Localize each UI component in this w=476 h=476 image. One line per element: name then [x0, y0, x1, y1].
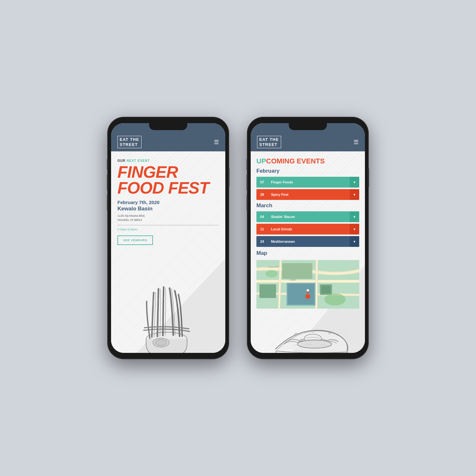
- phone-1-btn-right: [228, 168, 229, 187]
- phone-2-notch: [289, 123, 327, 130]
- event-date-24: 24: [256, 236, 268, 247]
- event-date-28: 28: [256, 189, 268, 200]
- event-arrow-shakin-bacon: ▼: [350, 211, 359, 222]
- svg-point-29: [307, 289, 309, 292]
- event-arrow-finger-foods: ▼: [350, 177, 359, 188]
- event-date: February 7th, 2020: [117, 200, 219, 205]
- logo-line1-p2: EAT THE: [259, 137, 279, 142]
- phone-2-btn-left3: [247, 195, 248, 211]
- phone-2: EAT THE STREET ☰ UPCOMING EVENTS Febru: [248, 117, 368, 359]
- phone-2-btn-right: [368, 168, 369, 187]
- title-rest: COMING EVENTS: [266, 157, 325, 165]
- phone-1-btn-left3: [107, 195, 108, 211]
- svg-rect-23: [282, 263, 312, 279]
- event-row-mediterranean[interactable]: 24 Mediterranean ▼: [256, 236, 359, 247]
- food-illustration: [111, 270, 225, 353]
- our-text: OUR: [117, 159, 125, 162]
- logo-line2: STREET: [120, 142, 138, 147]
- svg-rect-19: [288, 284, 314, 304]
- phone-2-screen: EAT THE STREET ☰ UPCOMING EVENTS Febru: [251, 123, 365, 353]
- phone-1-notch: [149, 123, 187, 130]
- event-arrow-spicy-fest: ▼: [350, 189, 359, 200]
- event-arrow-local-grindz: ▼: [350, 224, 359, 235]
- phone-1-screen: EAT THE STREET ☰ OUR NEXT EVENT FINGER: [111, 123, 225, 353]
- phone-2-logo: EAT THE STREET: [257, 136, 281, 148]
- svg-rect-21: [321, 286, 331, 294]
- event-name-mediterranean: Mediterranean: [268, 236, 350, 247]
- event-time: 5:00pm-9:30pm: [117, 228, 219, 231]
- screen-1-content: EAT THE STREET ☰ OUR NEXT EVENT FINGER: [111, 123, 225, 353]
- event-name-finger-foods: Finger Foods: [268, 177, 350, 188]
- next-event-text: NEXT EVENT: [125, 159, 150, 162]
- our-next-event-label: OUR NEXT EVENT: [117, 159, 219, 162]
- event-row-shakin-bacon[interactable]: 04 Shakin' Bacon ▼: [256, 211, 359, 222]
- phone-2-btn-left2: [247, 175, 248, 190]
- event-date-07: 07: [256, 177, 268, 188]
- event-name-shakin-bacon: Shakin' Bacon: [268, 211, 350, 222]
- month-march: March: [256, 202, 359, 209]
- svg-point-31: [297, 340, 332, 348]
- address-line1: 1125 Ala Moana Blvd,: [117, 214, 145, 217]
- svg-rect-22: [260, 284, 276, 298]
- phone-1-logo: EAT THE STREET: [117, 136, 142, 148]
- phone-1-shell: EAT THE STREET ☰ OUR NEXT EVENT FINGER: [108, 117, 228, 359]
- month-february: February: [256, 168, 359, 174]
- event-address: 1125 Ala Moana Blvd, Honolulu, HI 96814: [117, 214, 219, 222]
- event-row-local-grindz[interactable]: 11 Local Grindz ▼: [256, 224, 359, 235]
- event-title-line2: FOOD FEST: [117, 179, 209, 197]
- svg-line-17: [316, 260, 317, 308]
- screen1-text: OUR NEXT EVENT FINGER FOOD FEST February…: [117, 159, 219, 245]
- screen-2-body: UPCOMING EVENTS February 07 Finger Foods…: [251, 151, 365, 353]
- hamburger-menu-icon-p2[interactable]: ☰: [354, 139, 359, 146]
- svg-point-24: [324, 294, 346, 306]
- screen-1-body: OUR NEXT EVENT FINGER FOOD FEST February…: [111, 151, 225, 353]
- svg-text:Cooke St: Cooke St: [290, 279, 296, 281]
- event-title: FINGER FOOD FEST: [117, 164, 219, 196]
- phone-1: EAT THE STREET ☰ OUR NEXT EVENT FINGER: [108, 117, 228, 359]
- food-illustration-2: [254, 312, 365, 353]
- hamburger-menu-icon[interactable]: ☰: [214, 139, 219, 146]
- event-row-spicy-fest[interactable]: 28 Spicy Fest ▼: [256, 189, 359, 200]
- event-name-local-grindz: Local Grindz: [268, 224, 350, 235]
- up-accent: UP: [256, 157, 266, 165]
- map-container[interactable]: Ala Moana Blvd Cooke St: [256, 259, 359, 310]
- address-line2: Honolulu, HI 96814: [117, 218, 142, 221]
- phone-1-btn-left1: [107, 159, 108, 170]
- svg-point-28: [305, 294, 310, 299]
- phone-1-btn-left2: [107, 175, 108, 190]
- logo-line1: EAT THE: [120, 137, 139, 142]
- event-row-finger-foods[interactable]: 07 Finger Foods ▼: [256, 177, 359, 188]
- divider: [117, 225, 219, 225]
- svg-point-2: [155, 340, 167, 346]
- event-date-11: 11: [256, 224, 268, 235]
- event-date-04: 04: [256, 211, 268, 222]
- logo-line2-p2: STREET: [259, 142, 277, 147]
- screen-2-content: EAT THE STREET ☰ UPCOMING EVENTS Febru: [251, 123, 365, 353]
- event-venue: Kewalo Basin: [117, 206, 219, 212]
- event-name-spicy-fest: Spicy Fest: [268, 189, 350, 200]
- map-label: Map: [256, 250, 359, 256]
- see-vendors-button[interactable]: SEE VENDORS: [117, 235, 153, 245]
- phone-2-shell: EAT THE STREET ☰ UPCOMING EVENTS Febru: [248, 117, 368, 359]
- screen2-text: UPCOMING EVENTS February 07 Finger Foods…: [256, 158, 359, 310]
- upcoming-events-title: UPCOMING EVENTS: [256, 158, 359, 165]
- event-arrow-mediterranean: ▼: [350, 236, 359, 247]
- phone-2-btn-left1: [247, 159, 248, 170]
- svg-point-25: [266, 270, 278, 277]
